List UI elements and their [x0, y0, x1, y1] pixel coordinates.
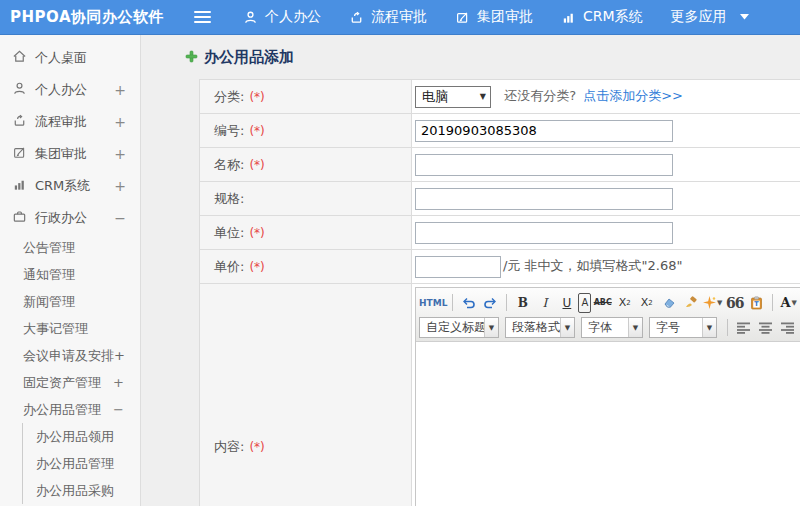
code-input[interactable]	[415, 120, 673, 142]
category-select[interactable]: 电脑 ▼	[415, 86, 491, 108]
form-row-category: 分类:(*) 电脑 ▼ 还没有分类? 点击添加分类>>	[200, 80, 800, 114]
align-center-icon[interactable]	[755, 318, 776, 338]
briefcase-icon	[12, 209, 27, 227]
name-label-cell: 名称:(*)	[200, 148, 412, 182]
supplies-add-form: 分类:(*) 电脑 ▼ 还没有分类? 点击添加分类>> 编号:(*)	[199, 79, 800, 506]
paragraph-format-select[interactable]: 段落格式▼	[505, 317, 575, 338]
sidebar-subitem-office-supplies[interactable]: 办公用品管理 −	[0, 396, 140, 423]
sidebar: 个人桌面 个人办公 + 流程审批 +	[0, 35, 141, 506]
font-color-button[interactable]: A▼	[778, 293, 799, 313]
sidebar-item-desktop[interactable]: 个人桌面	[0, 42, 140, 74]
paste-text-icon[interactable]: T	[746, 293, 767, 313]
blockquote-button[interactable]: 66	[724, 293, 745, 313]
italic-button[interactable]: I	[534, 293, 555, 313]
sidebar-subitem-meeting[interactable]: 会议申请及安排+	[0, 342, 140, 369]
edit-icon	[455, 10, 470, 25]
sidebar-item-admin-office[interactable]: 行政办公 −	[0, 202, 140, 234]
format-brush-icon[interactable]	[680, 293, 701, 313]
main-content: 办公用品添加 分类:(*) 电脑 ▼ 还没有分类? 点击添加分类>>	[141, 35, 800, 506]
home-icon	[12, 49, 27, 67]
align-right-icon[interactable]	[777, 318, 798, 338]
sidebar-subsubitem-supplies-claim[interactable]: 办公用品领用	[23, 423, 140, 450]
sidebar-item-workflow[interactable]: 流程审批 +	[0, 106, 140, 138]
font-family-select[interactable]: 字体▼	[581, 317, 643, 338]
nav-more-apps[interactable]: 更多应用	[671, 8, 749, 26]
app-logo: PHPOA协同办公软件	[0, 8, 178, 27]
strikethrough-button[interactable]: ABC	[592, 293, 613, 313]
price-format-hint: /元 非中文，如填写格式"2.68"	[503, 258, 682, 273]
sidebar-subsubitem-supplies-purchase[interactable]: 办公用品采购	[23, 477, 140, 504]
bold-button[interactable]: B	[512, 293, 533, 313]
sidebar-item-group-approval[interactable]: 集团审批 +	[0, 138, 140, 170]
app-window: PHPOA协同办公软件 个人办公 流程审批	[0, 0, 800, 506]
price-input[interactable]	[415, 256, 501, 278]
sidebar-subitem-notice[interactable]: 通知管理	[0, 261, 140, 288]
page-title: 办公用品添加	[185, 48, 800, 67]
code-label-cell: 编号:(*)	[200, 114, 412, 148]
form-row-content: 内容:(*) HTML	[200, 284, 800, 506]
font-size-select[interactable]: 字号▼	[649, 317, 717, 338]
plus-icon	[185, 49, 198, 67]
sidebar-subitem-memorabilia[interactable]: 大事记管理	[0, 315, 140, 342]
bar-chart-icon	[12, 177, 27, 195]
nav-group-approval[interactable]: 集团审批	[455, 8, 533, 26]
price-label-cell: 单价:(*)	[200, 250, 412, 284]
unit-input[interactable]	[415, 222, 673, 244]
content-label-cell: 内容:(*)	[200, 284, 412, 506]
user-icon	[243, 10, 258, 25]
workflow-icon	[12, 113, 27, 131]
source-code-button[interactable]: HTML	[419, 293, 447, 313]
top-header: PHPOA协同办公软件 个人办公 流程审批	[0, 0, 800, 35]
add-category-link[interactable]: 点击添加分类>>	[583, 88, 683, 103]
sidebar-subitem-news[interactable]: 新闻管理	[0, 288, 140, 315]
category-label-cell: 分类:(*)	[200, 80, 412, 114]
sidebar-subitem-fixed-assets[interactable]: 固定资产管理 +	[0, 369, 140, 396]
sidebar-item-crm[interactable]: CRM系统 +	[0, 170, 140, 202]
nav-personal-office[interactable]: 个人办公	[243, 8, 321, 26]
nav-crm-system[interactable]: CRM系统	[561, 8, 643, 26]
top-nav: 个人办公 流程审批 集团审批	[243, 8, 749, 26]
bar-chart-icon	[561, 10, 576, 25]
editor-content-area[interactable]	[416, 342, 800, 506]
svg-text:T: T	[755, 300, 760, 308]
editor-toolbar: HTML	[416, 288, 800, 342]
name-input[interactable]	[415, 154, 673, 176]
form-row-unit: 单位:(*)	[200, 216, 800, 250]
form-row-name: 名称:(*)	[200, 148, 800, 182]
eraser-icon[interactable]	[658, 293, 679, 313]
rich-text-editor: HTML	[415, 287, 800, 506]
auto-typeset-icon[interactable]: ▼	[702, 293, 723, 313]
form-row-price: 单价:(*) /元 非中文，如填写格式"2.68"	[200, 250, 800, 284]
superscript-button[interactable]: X2	[614, 293, 635, 313]
hamburger-menu-icon[interactable]	[194, 11, 211, 23]
custom-title-select[interactable]: 自定义标题▼	[419, 317, 499, 338]
redo-icon[interactable]	[480, 293, 501, 313]
form-row-spec: 规格:	[200, 182, 800, 216]
sidebar-subitem-announcement[interactable]: 公告管理	[0, 234, 140, 261]
align-left-icon[interactable]	[733, 318, 754, 338]
workflow-icon	[349, 10, 364, 25]
caret-down-icon	[740, 14, 749, 20]
unit-label-cell: 单位:(*)	[200, 216, 412, 250]
sidebar-subsubmenu: 办公用品领用 办公用品管理 办公用品采购	[22, 423, 140, 504]
subscript-button[interactable]: X2	[636, 293, 657, 313]
spec-label-cell: 规格:	[200, 182, 412, 216]
sidebar-subsubitem-supplies-manage[interactable]: 办公用品管理	[23, 450, 140, 477]
spec-input[interactable]	[415, 188, 673, 210]
select-caret-icon: ▼	[480, 92, 486, 101]
underline-button[interactable]: U	[556, 293, 577, 313]
user-icon	[12, 81, 27, 99]
edit-icon	[12, 145, 27, 163]
undo-icon[interactable]	[458, 293, 479, 313]
form-row-code: 编号:(*)	[200, 114, 800, 148]
nav-workflow-approval[interactable]: 流程审批	[349, 8, 427, 26]
char-border-button[interactable]: A	[578, 293, 591, 313]
sidebar-item-personal-office[interactable]: 个人办公 +	[0, 74, 140, 106]
category-hint: 还没有分类?	[504, 88, 576, 103]
